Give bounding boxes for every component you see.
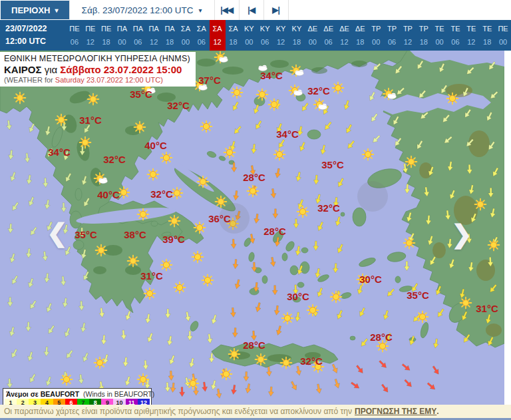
timeline-step-ΚΥ-06[interactable]: ΚΥ06 (257, 20, 273, 51)
timeline-step-ΔΕ-00[interactable]: ΔΕ00 (305, 20, 321, 51)
sun-icon (202, 275, 214, 286)
timeline-step-ΠΕ-18[interactable]: ΠΕ18 (98, 20, 114, 51)
timeline-step-ΣΑ-18[interactable]: ΣΑ18 (226, 20, 242, 51)
sun-icon (232, 87, 243, 99)
temperature-label: 34°C (48, 146, 71, 158)
skip-to-start-button[interactable]: |◀◀ (215, 0, 240, 20)
timeline-step-ΣΑ-12[interactable]: ΣΑ12 (210, 20, 226, 51)
sun-icon (363, 149, 374, 160)
toolbar: ΠΕΡΙΟΧΗ ▾ Σάβ. 23/07/2022 12:00 UTC ▾ |◀… (0, 0, 511, 20)
map-title-agency: ΕΘΝΙΚΗ ΜΕΤΕΩΡΟΛΟΓΙΚΗ ΥΠΗΡΕΣΙΑ (HNMS) (4, 54, 190, 63)
legend-color-scale: 123456789101112 (5, 399, 150, 405)
timeline-step-ΠΕ-12[interactable]: ΠΕ12 (83, 20, 98, 51)
sun-icon (417, 312, 428, 323)
legend-beaufort-2: 2 (17, 399, 29, 405)
temperature-label: 36°C (208, 213, 231, 224)
legend-beaufort-3: 3 (29, 399, 41, 405)
timeline-step-ΠΑ-06[interactable]: ΠΑ06 (130, 20, 146, 51)
timeline-step-ΤΡ-06[interactable]: ΤΡ06 (384, 20, 400, 51)
timeline-step-ΠΑ-00[interactable]: ΠΑ00 (114, 20, 130, 51)
sun-icon (161, 260, 172, 271)
timeline-step-ΚΥ-12[interactable]: ΚΥ12 (273, 20, 289, 51)
weather-map-canvas[interactable]: ΕΘΝΙΚΗ ΜΕΤΕΩΡΟΛΟΓΙΚΗ ΥΠΗΡΕΣΙΑ (HNMS) ΚΑΙ… (0, 51, 504, 405)
legend-beaufort-11: 11 (126, 399, 138, 405)
temperature-label: 40°C (144, 140, 167, 151)
timeline-step-ΚΥ-18[interactable]: ΚΥ18 (289, 20, 305, 51)
sun-icon (138, 209, 149, 220)
disclaimer-text: Οι παραπάνω χάρτες είναι προϊόντα αριθμη… (4, 407, 352, 416)
temperature-label: 32°C (103, 154, 126, 165)
sun-icon (94, 357, 106, 369)
sun-icon (269, 99, 280, 110)
legend-beaufort-5: 5 (53, 399, 65, 405)
temperature-label: 31°C (79, 114, 102, 126)
datetime-dropdown[interactable]: Σάβ. 23/07/2022 12:00 UTC ▾ (69, 0, 215, 20)
timeline-step-ΣΑ-06[interactable]: ΣΑ06 (194, 20, 210, 51)
chevron-down-icon: ▾ (55, 7, 59, 14)
sun-icon (221, 369, 232, 380)
temperature-label: 30°C (359, 274, 382, 285)
temperature-label: 38°C (124, 229, 146, 240)
temperature-label: 28°C (243, 339, 265, 351)
emy-forecast-link[interactable]: ΠΡΟΓΝΩΣΗ ΤΗΣ ΕΜΥ (355, 407, 436, 416)
timeline-step-ΤΕ-06[interactable]: ΤΕ06 (448, 20, 464, 51)
sun-icon (447, 93, 458, 105)
temperature-label: 32°C (167, 100, 190, 111)
temperature-label: 31°C (476, 303, 498, 314)
timeline-step-ΤΡ-00[interactable]: ΤΡ00 (368, 20, 384, 51)
sun-icon (297, 206, 309, 218)
sun-icon (169, 216, 180, 227)
temperature-label: 28°C (243, 172, 265, 183)
map-title-date-local: Σάββατο 23.07.2022 15:00 (60, 64, 182, 75)
sun-icon (174, 282, 186, 294)
sun-icon (138, 374, 149, 385)
temperature-label: 30°C (287, 291, 309, 302)
timeline-step-ΤΕ-12[interactable]: ΤΕ12 (463, 20, 479, 51)
sun-icon (201, 121, 212, 132)
timeline-step-ΠΑ-12[interactable]: ΠΑ12 (146, 20, 162, 51)
temperature-label: 35°C (130, 89, 152, 100)
next-step-button[interactable]: ▶| (264, 0, 289, 20)
sun-icon (144, 288, 156, 300)
timeline-step-ΤΡ-18[interactable]: ΤΡ18 (416, 20, 432, 51)
sun-icon (404, 238, 415, 249)
sun-icon (15, 93, 26, 104)
step-forward-icon: ▶| (272, 5, 279, 15)
map-previous-chevron[interactable]: ❮ (47, 220, 68, 246)
previous-step-button[interactable]: |◀ (240, 0, 264, 20)
timeline-time: 12:00 UTC (5, 35, 47, 48)
temperature-label: 37°C (198, 75, 221, 86)
timeline-step-ΔΕ-06[interactable]: ΔΕ06 (321, 20, 337, 51)
timeline-step-ΠΕ-00[interactable]: ΠΕ00 (495, 20, 511, 51)
beaufort-legend: Άνεμοι σε BEAUFORT(Winds in BEAUFORT) 12… (3, 388, 152, 405)
map-next-chevron[interactable]: ❯ (451, 222, 472, 247)
timeline-steps: ΠΕ06ΠΕ12ΠΕ18ΠΑ00ΠΑ06ΠΑ12ΠΑ18ΣΑ00ΣΑ06ΣΑ12… (67, 20, 511, 51)
sun-icon (475, 199, 486, 210)
sun-icon (257, 89, 268, 101)
timeline-step-ΔΕ-12[interactable]: ΔΕ12 (337, 20, 353, 51)
map-geography (0, 51, 504, 405)
sun-icon (488, 240, 500, 251)
sun-icon (307, 305, 319, 316)
map-title-box: ΕΘΝΙΚΗ ΜΕΤΕΩΡΟΛΟΓΙΚΗ ΥΠΗΡΕΣΙΑ (HNMS) ΚΑΙ… (0, 52, 196, 87)
temperature-label: 28°C (263, 226, 286, 237)
sun-icon (229, 349, 240, 360)
timeline-step-ΠΑ-18[interactable]: ΠΑ18 (162, 20, 178, 51)
sun-icon (96, 245, 107, 256)
legend-title-english: (Winds in BEAUFORT) (83, 390, 154, 398)
sun-icon (274, 149, 285, 160)
sun-icon (406, 156, 417, 168)
chevron-down-icon: ▾ (199, 7, 202, 14)
timeline-step-ΣΑ-00[interactable]: ΣΑ00 (178, 20, 194, 51)
timeline-current-label: 23/07/2022 12:00 UTC (5, 23, 47, 48)
map-title-english: (WEATHER for Saturday 23.07.2022 12:00 U… (4, 76, 190, 84)
timeline-step-ΤΕ-00[interactable]: ΤΕ00 (432, 20, 448, 51)
temperature-label: 35°C (321, 159, 344, 170)
timeline-step-ΚΥ-00[interactable]: ΚΥ00 (241, 20, 257, 51)
timeline-step-ΠΕ-06[interactable]: ΠΕ06 (67, 20, 83, 51)
timeline-step-ΔΕ-18[interactable]: ΔΕ18 (352, 20, 368, 51)
timeline-step-ΤΕ-18[interactable]: ΤΕ18 (479, 20, 495, 51)
timeline-step-ΤΡ-12[interactable]: ΤΡ12 (400, 20, 416, 51)
region-dropdown-button[interactable]: ΠΕΡΙΟΧΗ ▾ (1, 1, 69, 19)
sun-icon (128, 256, 139, 267)
